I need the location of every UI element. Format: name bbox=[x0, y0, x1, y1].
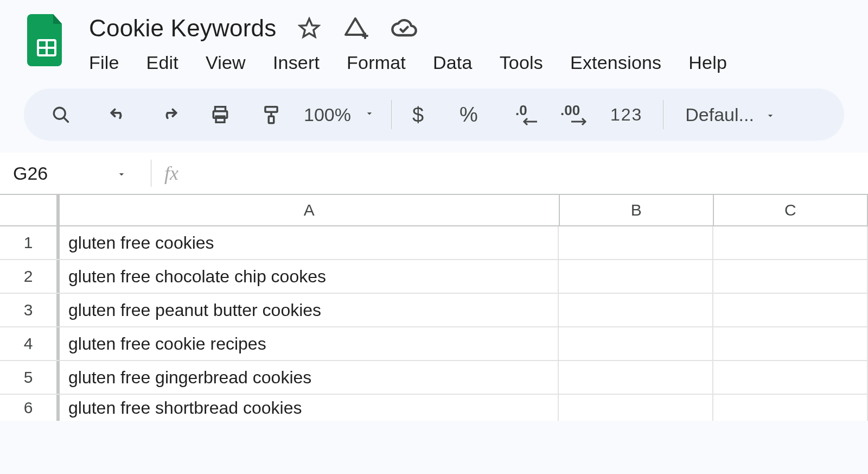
header: Cookie Keywords File bbox=[0, 0, 868, 73]
move-icon[interactable] bbox=[342, 15, 368, 41]
redo-icon[interactable] bbox=[154, 99, 184, 130]
cell[interactable] bbox=[559, 361, 713, 394]
row: 6 gluten free shortbread cookies bbox=[0, 395, 868, 421]
select-all-corner[interactable] bbox=[0, 195, 60, 225]
row: 3 gluten free peanut butter cookies bbox=[0, 294, 868, 327]
menu-insert[interactable]: Insert bbox=[273, 52, 320, 73]
decrease-decimal-button[interactable]: .0 bbox=[509, 99, 547, 130]
row: 5 gluten free gingerbread cookies bbox=[0, 361, 868, 395]
svg-text:.0: .0 bbox=[515, 103, 527, 118]
menu-tools[interactable]: Tools bbox=[500, 52, 543, 73]
cell[interactable]: gluten free peanut butter cookies bbox=[60, 294, 559, 326]
cloud-status-icon[interactable] bbox=[390, 14, 418, 42]
formula-bar: G26 fx bbox=[0, 153, 868, 194]
row-header[interactable]: 6 bbox=[0, 395, 60, 421]
cell[interactable]: gluten free shortbread cookies bbox=[60, 395, 559, 421]
row-header[interactable]: 4 bbox=[0, 327, 60, 360]
cell[interactable] bbox=[559, 226, 713, 259]
menu-view[interactable]: View bbox=[206, 52, 246, 73]
toolbar: 100% $ % .0 .00 123 Defaul... bbox=[24, 89, 844, 141]
column-header-a[interactable]: A bbox=[60, 195, 560, 225]
cell[interactable] bbox=[559, 395, 713, 421]
svg-line-7 bbox=[63, 117, 68, 122]
toolbar-divider bbox=[391, 100, 392, 129]
menu-data[interactable]: Data bbox=[433, 52, 473, 73]
row-header[interactable]: 1 bbox=[0, 226, 60, 259]
cell[interactable]: gluten free gingerbread cookies bbox=[60, 361, 559, 394]
menu-format[interactable]: Format bbox=[347, 52, 406, 73]
sheets-logo-icon[interactable] bbox=[27, 14, 66, 66]
menu-file[interactable]: File bbox=[89, 52, 119, 73]
fx-icon: fx bbox=[164, 162, 178, 185]
title-area: Cookie Keywords File bbox=[89, 14, 727, 73]
paint-format-icon[interactable] bbox=[256, 99, 286, 130]
caret-down-icon bbox=[765, 104, 776, 125]
row-header[interactable]: 5 bbox=[0, 361, 60, 394]
menu-bar: File Edit View Insert Format Data Tools … bbox=[89, 52, 727, 73]
svg-marker-3 bbox=[300, 19, 319, 37]
rows: 1 gluten free cookies 2 gluten free choc… bbox=[0, 226, 868, 421]
more-formats-button[interactable]: 123 bbox=[606, 105, 647, 125]
svg-rect-12 bbox=[269, 116, 274, 123]
column-header-b[interactable]: B bbox=[560, 195, 714, 225]
row: 2 gluten free chocolate chip cookes bbox=[0, 260, 868, 294]
cell[interactable] bbox=[559, 260, 713, 293]
print-icon[interactable] bbox=[205, 99, 235, 130]
row: 4 gluten free cookie recipes bbox=[0, 327, 868, 361]
spreadsheet-grid: A B C 1 gluten free cookies 2 gluten fre… bbox=[0, 194, 868, 421]
caret-down-icon bbox=[364, 108, 375, 121]
menu-extensions[interactable]: Extensions bbox=[570, 52, 661, 73]
row: 1 gluten free cookies bbox=[0, 226, 868, 260]
svg-rect-10 bbox=[216, 116, 225, 122]
svg-text:.00: .00 bbox=[560, 103, 580, 118]
svg-rect-11 bbox=[265, 107, 277, 112]
title-row: Cookie Keywords bbox=[89, 14, 727, 42]
star-icon[interactable] bbox=[298, 17, 321, 40]
cell[interactable] bbox=[713, 395, 868, 421]
cell[interactable] bbox=[713, 294, 868, 326]
zoom-dropdown[interactable]: 100% bbox=[299, 104, 375, 125]
name-box-value: G26 bbox=[13, 163, 48, 184]
cell[interactable]: gluten free cookie recipes bbox=[60, 327, 559, 360]
row-header[interactable]: 2 bbox=[0, 260, 60, 293]
cell[interactable] bbox=[713, 361, 868, 394]
format-currency-button[interactable]: $ bbox=[408, 103, 428, 127]
zoom-value: 100% bbox=[299, 104, 355, 125]
undo-icon[interactable] bbox=[103, 99, 133, 130]
cell[interactable]: gluten free chocolate chip cookes bbox=[60, 260, 559, 293]
cell[interactable] bbox=[559, 294, 713, 326]
divider bbox=[151, 160, 151, 187]
document-title[interactable]: Cookie Keywords bbox=[89, 15, 276, 42]
search-icon[interactable] bbox=[46, 99, 76, 130]
cell[interactable] bbox=[559, 327, 713, 360]
increase-decimal-button[interactable]: .00 bbox=[556, 99, 597, 130]
cell[interactable]: gluten free cookies bbox=[60, 226, 559, 259]
toolbar-divider bbox=[663, 100, 663, 129]
row-header[interactable]: 3 bbox=[0, 294, 60, 326]
cell[interactable] bbox=[713, 327, 868, 360]
font-dropdown[interactable]: Defaul... bbox=[685, 104, 776, 125]
font-name: Defaul... bbox=[685, 104, 754, 125]
menu-edit[interactable]: Edit bbox=[146, 52, 178, 73]
caret-down-icon bbox=[116, 163, 127, 184]
cell[interactable] bbox=[713, 260, 868, 293]
format-percent-button[interactable]: % bbox=[455, 103, 482, 127]
column-headers: A B C bbox=[0, 194, 868, 226]
column-header-c[interactable]: C bbox=[714, 195, 868, 225]
menu-help[interactable]: Help bbox=[688, 52, 727, 73]
name-box[interactable]: G26 bbox=[13, 163, 138, 184]
cell[interactable] bbox=[713, 226, 868, 259]
